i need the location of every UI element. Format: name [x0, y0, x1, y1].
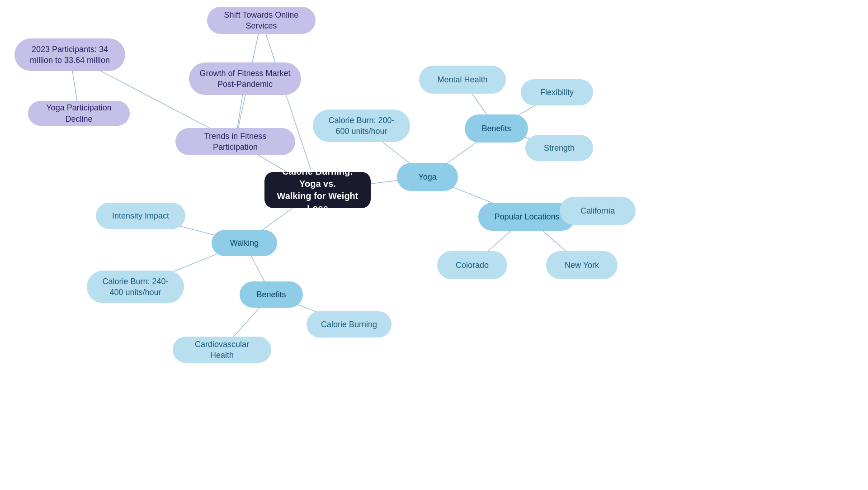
- benefits-walking-node: Benefits: [240, 281, 303, 308]
- svg-line-0: [261, 20, 318, 190]
- new-york-label: New York: [565, 260, 599, 271]
- cardiovascular-node: Cardiovascular Health: [173, 337, 271, 363]
- calorie-burning-label: Calorie Burning: [321, 319, 377, 330]
- flexibility-node: Flexibility: [521, 79, 593, 105]
- benefits-walking-label: Benefits: [256, 289, 286, 300]
- yoga-node: Yoga: [397, 163, 458, 191]
- mental-health-label: Mental Health: [437, 74, 487, 85]
- cardiovascular-label: Cardiovascular Health: [183, 339, 261, 361]
- yoga-label: Yoga: [418, 171, 436, 182]
- intensity-node: Intensity Impact: [96, 203, 185, 229]
- calorie-burn-yoga-node: Calorie Burn: 200-600 units/hour: [313, 109, 410, 142]
- intensity-label: Intensity Impact: [112, 210, 169, 221]
- growth-fitness-label: Growth of Fitness Market Post-Pandemic: [199, 68, 291, 90]
- yoga-decline-node: Yoga Participation Decline: [28, 101, 130, 126]
- popular-locations-label: Popular Locations: [494, 211, 559, 222]
- trends-fitness-node: Trends in Fitness Participation: [175, 128, 295, 155]
- colorado-label: Colorado: [456, 260, 489, 271]
- mental-health-node: Mental Health: [419, 66, 506, 94]
- shift-online-node: Shift Towards Online Services: [207, 7, 316, 34]
- center-node: Calorie Burning: Yoga vs. Walking for We…: [264, 172, 371, 208]
- walking-label: Walking: [230, 238, 259, 248]
- calorie-burn-yoga-label: Calorie Burn: 200-600 units/hour: [323, 115, 400, 137]
- calorie-burn-walking-node: Calorie Burn: 240-400 units/hour: [87, 271, 184, 303]
- california-node: California: [560, 197, 636, 225]
- benefits-yoga-label: Benefits: [481, 123, 511, 134]
- flexibility-label: Flexibility: [540, 87, 574, 98]
- participants-node: 2023 Participants: 34 million to 33.64 m…: [14, 38, 125, 71]
- strength-node: Strength: [525, 135, 593, 161]
- colorado-node: Colorado: [437, 251, 507, 279]
- benefits-yoga-node: Benefits: [465, 114, 528, 143]
- calorie-burn-walking-label: Calorie Burn: 240-400 units/hour: [97, 276, 174, 298]
- center-label: Calorie Burning: Yoga vs. Walking for We…: [274, 166, 361, 214]
- trends-fitness-label: Trends in Fitness Participation: [185, 131, 285, 153]
- shift-online-label: Shift Towards Online Services: [217, 10, 306, 32]
- california-label: California: [580, 205, 615, 216]
- calorie-burning-node: Calorie Burning: [307, 311, 392, 338]
- yoga-decline-label: Yoga Participation Decline: [38, 102, 120, 124]
- new-york-node: New York: [546, 251, 618, 279]
- strength-label: Strength: [544, 143, 575, 153]
- growth-fitness-node: Growth of Fitness Market Post-Pandemic: [189, 62, 301, 95]
- walking-node: Walking: [212, 230, 277, 256]
- participants-label: 2023 Participants: 34 million to 33.64 m…: [24, 44, 115, 66]
